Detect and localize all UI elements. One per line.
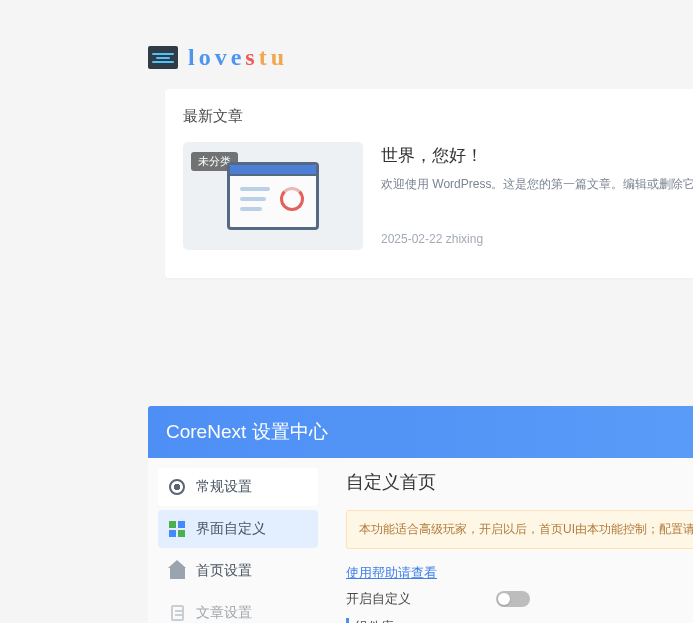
settings-sidebar: 常规设置 界面自定义 首页设置 文章设置: [148, 458, 328, 623]
article-author: zhixing: [446, 232, 483, 246]
settings-header: CoreNext 设置中心: [148, 406, 693, 458]
sidebar-item-article[interactable]: 文章设置: [158, 594, 318, 623]
home-icon: [168, 562, 186, 580]
latest-articles-card: 最新文章 未分类 世界，您好！ 欢迎使用 WordPress。这是您的第一篇文章…: [165, 89, 693, 278]
gear-icon: [168, 478, 186, 496]
sidebar-item-home[interactable]: 首页设置: [158, 552, 318, 590]
sidebar-item-label: 文章设置: [196, 604, 252, 622]
enable-label: 开启自定义: [346, 590, 496, 608]
enable-custom-row: 开启自定义: [346, 590, 693, 608]
article-date: 2025-02-22: [381, 232, 442, 246]
settings-body: 常规设置 界面自定义 首页设置 文章设置 自定义首页 本功能适合高级玩家，开启以…: [148, 458, 693, 623]
article-item[interactable]: 未分类 世界，您好！ 欢迎使用 WordPress。这是您的第一篇文章。编辑或删…: [165, 142, 693, 250]
help-link[interactable]: 使用帮助请查看: [346, 564, 437, 582]
enable-toggle[interactable]: [496, 591, 530, 607]
article-thumbnail: 未分类: [183, 142, 363, 250]
content-title: 自定义首页: [346, 470, 693, 494]
document-icon: [168, 604, 186, 622]
logo-text: lovestu: [188, 44, 288, 71]
sidebar-item-label: 常规设置: [196, 478, 252, 496]
article-info: 世界，您好！ 欢迎使用 WordPress。这是您的第一篇文章。编辑或删除它，然…: [381, 142, 693, 250]
article-excerpt: 欢迎使用 WordPress。这是您的第一篇文章。编辑或删除它，然: [381, 175, 693, 194]
sidebar-item-label: 首页设置: [196, 562, 252, 580]
settings-content: 自定义首页 本功能适合高级玩家，开启以后，首页UI由本功能控制；配置请谨 使用帮…: [328, 458, 693, 623]
site-logo[interactable]: lovestu: [0, 0, 693, 89]
thumbnail-graphic: [227, 162, 319, 230]
sidebar-item-customize[interactable]: 界面自定义: [158, 510, 318, 548]
sidebar-item-label: 界面自定义: [196, 520, 266, 538]
article-title[interactable]: 世界，您好！: [381, 144, 693, 167]
library-label: 组件库: [346, 618, 693, 623]
article-meta: 2025-02-22 zhixing: [381, 232, 693, 246]
logo-icon: [148, 46, 178, 69]
warning-note: 本功能适合高级玩家，开启以后，首页UI由本功能控制；配置请谨: [346, 510, 693, 549]
sidebar-item-general[interactable]: 常规设置: [158, 468, 318, 506]
grid-icon: [168, 520, 186, 538]
section-title: 最新文章: [165, 107, 693, 142]
